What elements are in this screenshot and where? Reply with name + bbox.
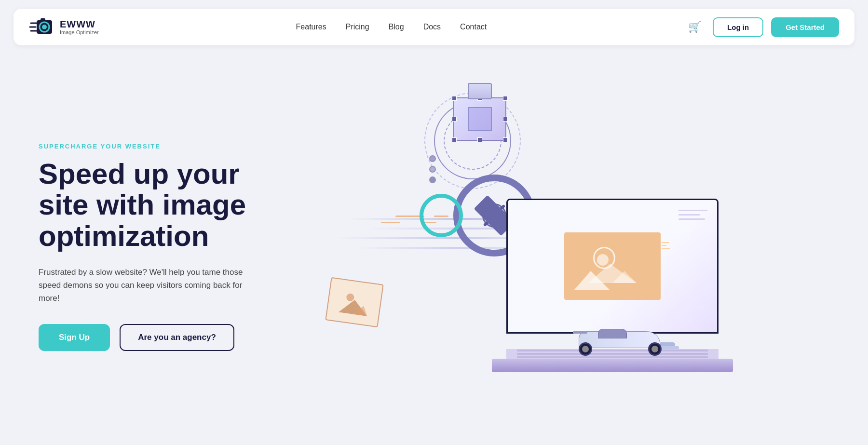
get-started-button[interactable]: Get Started (771, 17, 839, 37)
nav-blog[interactable]: Blog (389, 23, 404, 31)
logo-text: EWWW Image Optimizer (60, 19, 99, 35)
car-wing-rear (573, 331, 587, 334)
wheel-front (648, 342, 662, 356)
hero-left: SUPERCHARGE YOUR WEBSITE Speed up your s… (39, 143, 289, 351)
hero-tagline: SUPERCHARGE YOUR WEBSITE (39, 143, 289, 150)
car-wing-front (660, 346, 679, 349)
f1-car (569, 319, 675, 358)
svg-point-7 (346, 293, 354, 302)
hero-title: Speed up your site with image optimizati… (39, 159, 289, 252)
navbar: EWWW Image Optimizer Features Pricing Bl… (14, 9, 854, 45)
wheel-rear (579, 342, 592, 356)
logo-icon (29, 14, 54, 40)
svg-rect-6 (41, 18, 45, 21)
photo-frame-left (325, 277, 383, 327)
nav-actions: 🛒 Log in Get Started (684, 16, 839, 38)
svg-point-10 (597, 254, 609, 266)
laptop-screen (506, 199, 719, 334)
teal-ring (420, 194, 463, 237)
car-cockpit (598, 329, 627, 338)
hero-buttons: Sign Up Are you an agency? (39, 324, 289, 351)
laptop-screen-inner (508, 200, 717, 332)
agency-button[interactable]: Are you an agency? (120, 324, 234, 351)
nav-contact[interactable]: Contact (460, 23, 487, 31)
hero-section: SUPERCHARGE YOUR WEBSITE Speed up your s… (0, 54, 868, 420)
dot-column (429, 155, 436, 183)
hero-illustration (299, 73, 829, 420)
camera-box (453, 97, 506, 141)
laptop-base (492, 359, 733, 372)
illustration (299, 64, 733, 401)
nav-docs[interactable]: Docs (423, 23, 441, 31)
login-button[interactable]: Log in (713, 17, 763, 37)
nav-features[interactable]: Features (296, 23, 326, 31)
brand-name: EWWW (60, 19, 99, 29)
nav-pricing[interactable]: Pricing (346, 23, 369, 31)
nav-links: Features Pricing Blog Docs Contact (296, 23, 487, 31)
hero-description: Frustrated by a slow website? We'll help… (39, 266, 260, 305)
logo-link[interactable]: EWWW Image Optimizer (29, 14, 99, 40)
signup-button[interactable]: Sign Up (39, 324, 110, 351)
brand-subtitle: Image Optimizer (60, 29, 99, 35)
speed-dash-2 (381, 222, 400, 223)
screen-image (564, 232, 661, 300)
cart-icon[interactable]: 🛒 (684, 16, 705, 38)
svg-point-5 (42, 25, 47, 29)
